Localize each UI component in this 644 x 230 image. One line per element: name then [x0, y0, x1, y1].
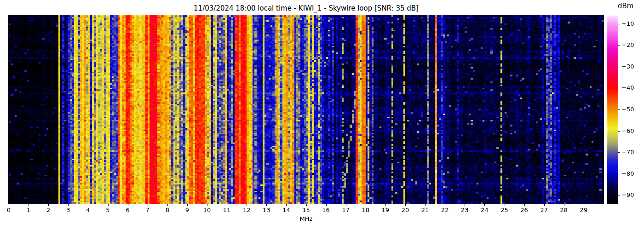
- x-tick-label: 20: [396, 207, 414, 213]
- x-tick: [148, 204, 148, 206]
- x-tick-label: 22: [436, 207, 454, 213]
- colorbar-tick: [618, 45, 620, 46]
- x-tick-label: 5: [99, 207, 117, 213]
- colorbar-tick-label: −20: [621, 41, 634, 49]
- x-tick-label: 7: [138, 207, 157, 213]
- x-tick: [505, 204, 505, 206]
- colorbar-tick: [618, 195, 620, 196]
- x-tick-label: 29: [575, 207, 593, 213]
- colorbar-tick-label: −50: [621, 106, 634, 113]
- x-tick-label: 0: [0, 207, 18, 213]
- colorbar-tick-label: −60: [621, 127, 634, 135]
- x-tick: [167, 204, 168, 206]
- x-tick: [544, 204, 545, 206]
- x-tick: [29, 204, 29, 206]
- x-tick: [524, 204, 525, 206]
- x-tick-label: 14: [277, 207, 295, 213]
- colorbar-gradient: [607, 15, 618, 204]
- colorbar-tick-label: −90: [621, 191, 634, 199]
- x-tick-label: 23: [455, 207, 474, 213]
- colorbar-tick: [618, 109, 620, 110]
- x-tick-label: 8: [158, 207, 177, 213]
- x-tick-label: 17: [337, 207, 355, 213]
- x-tick: [346, 204, 346, 206]
- x-tick: [108, 204, 109, 206]
- x-tick-label: 15: [297, 207, 316, 213]
- x-tick: [48, 204, 49, 206]
- colorbar-tick-label: −70: [621, 149, 634, 156]
- x-tick: [425, 204, 426, 206]
- x-tick-label: 25: [495, 207, 514, 213]
- x-tick-label: 13: [257, 207, 276, 213]
- colorbar-tick-label: −80: [621, 170, 634, 178]
- x-tick-label: 3: [59, 207, 77, 213]
- x-tick-label: 12: [237, 207, 256, 213]
- x-tick-label: 2: [39, 207, 58, 213]
- x-tick: [465, 204, 465, 206]
- colorbar-tick-label: −10: [621, 20, 634, 28]
- x-tick: [9, 204, 9, 206]
- x-tick: [385, 204, 386, 206]
- x-tick-label: 11: [218, 207, 236, 213]
- x-tick-label: 6: [119, 207, 137, 213]
- x-tick-label: 19: [376, 207, 395, 213]
- colorbar-tick-label: −40: [621, 84, 634, 92]
- colorbar-tick: [618, 152, 620, 153]
- x-tick-label: 21: [416, 207, 434, 213]
- x-tick: [207, 204, 207, 206]
- colorbar-tick: [618, 67, 620, 67]
- x-tick: [445, 204, 445, 206]
- x-tick: [187, 204, 188, 206]
- colorbar-tick: [618, 88, 620, 88]
- x-tick: [405, 204, 406, 206]
- x-tick: [564, 204, 564, 206]
- x-tick: [68, 204, 69, 206]
- x-tick-label: 28: [555, 207, 573, 213]
- x-tick-label: 4: [79, 207, 97, 213]
- x-tick-label: 1: [19, 207, 38, 213]
- x-tick: [584, 204, 584, 206]
- x-tick-label: 24: [475, 207, 494, 213]
- x-tick: [227, 204, 227, 206]
- x-tick: [326, 204, 327, 206]
- colorbar-tick: [618, 24, 620, 24]
- x-tick: [306, 204, 307, 206]
- x-tick: [88, 204, 88, 206]
- colorbar-tick-label: −30: [621, 63, 634, 70]
- x-tick-label: 18: [356, 207, 375, 213]
- x-tick-label: 10: [198, 207, 216, 213]
- x-tick: [366, 204, 366, 206]
- figure: 11/03/2024 18:00 local time - KIWI_1 - S…: [0, 0, 644, 230]
- spectrogram-heatmap: [9, 15, 604, 204]
- x-tick: [128, 204, 128, 206]
- colorbar-tick: [618, 131, 620, 132]
- x-tick: [286, 204, 287, 206]
- x-axis-label: MHz: [9, 215, 604, 222]
- x-tick-label: 16: [317, 207, 335, 213]
- x-tick: [484, 204, 485, 206]
- colorbar-label: dBm: [618, 2, 633, 10]
- colorbar-tick: [618, 174, 620, 174]
- chart-title: 11/03/2024 18:00 local time - KIWI_1 - S…: [9, 4, 604, 12]
- x-tick: [266, 204, 267, 206]
- x-tick-label: 9: [178, 207, 196, 213]
- x-tick: [247, 204, 247, 206]
- x-tick-label: 27: [535, 207, 553, 213]
- x-tick-label: 26: [515, 207, 534, 213]
